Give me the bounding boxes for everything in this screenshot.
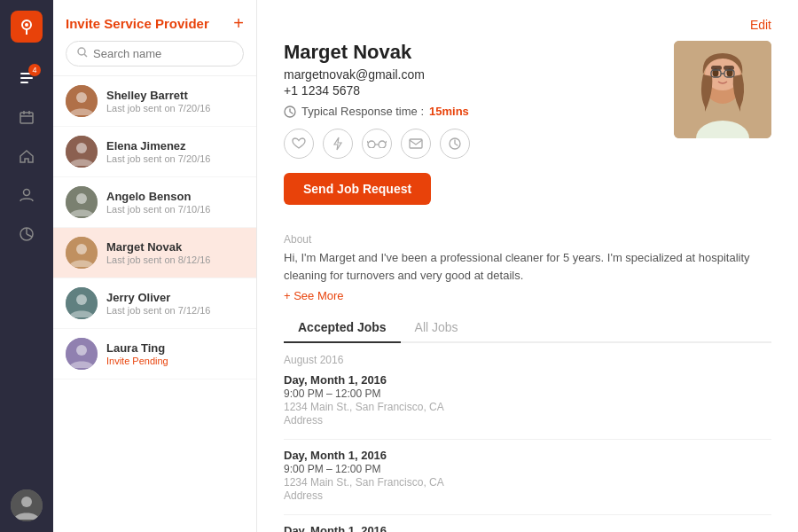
contacts-list: Shelley Barrett Last job sent on 7/20/16… xyxy=(53,76,256,532)
contact-item-elena[interactable]: Elena Jimenez Last job sent on 7/20/16 xyxy=(53,127,256,177)
tab-all-jobs[interactable]: All Jobs xyxy=(401,313,473,343)
send-job-request-button[interactable]: Send Job Request xyxy=(284,173,431,205)
nav-item-tasks[interactable]: 4 xyxy=(9,60,44,96)
contact-item-marget[interactable]: Marget Novak Last job sent on 8/12/16 xyxy=(53,228,256,278)
nav-bar: 4 xyxy=(0,0,53,532)
add-provider-button[interactable]: + xyxy=(233,14,244,32)
nav-item-calendar[interactable] xyxy=(9,99,44,135)
tasks-badge: 4 xyxy=(28,64,41,76)
see-more-button[interactable]: + See More xyxy=(284,289,771,302)
nav-item-chart[interactable] xyxy=(9,216,44,252)
about-section: About Hi, I'm Marget and I've been a pro… xyxy=(284,233,771,302)
svg-rect-30 xyxy=(410,139,422,148)
nav-item-person[interactable] xyxy=(9,177,44,213)
contact-meta: Last job sent on 7/20/16 xyxy=(106,103,244,113)
job-divider xyxy=(284,514,771,515)
contact-avatar xyxy=(66,85,98,117)
svg-rect-4 xyxy=(20,82,28,83)
svg-point-24 xyxy=(76,294,87,305)
svg-rect-37 xyxy=(711,66,722,70)
contact-item-jerry[interactable]: Jerry Oliver Last job sent on 7/12/16 xyxy=(53,278,256,329)
svg-point-9 xyxy=(24,190,30,196)
action-glasses[interactable] xyxy=(362,129,392,159)
contact-meta: Invite Pending xyxy=(106,356,244,366)
search-box xyxy=(66,41,244,66)
contact-name: Elena Jimenez xyxy=(106,139,244,153)
about-text: Hi, I'm Marget and I've been a professio… xyxy=(284,249,771,284)
svg-rect-38 xyxy=(724,66,734,70)
contact-name: Marget Novak xyxy=(106,240,244,254)
nav-item-home[interactable] xyxy=(9,138,44,174)
contact-item-laura[interactable]: Laura Ting Invite Pending xyxy=(53,329,256,379)
response-value: 15mins xyxy=(429,105,469,118)
job-address: 1234 Main St., San Francisco, CA xyxy=(284,401,771,413)
contact-info: Jerry Oliver Last job sent on 7/12/16 xyxy=(106,291,244,316)
contact-info: Laura Ting Invite Pending xyxy=(106,341,244,366)
nav-logo[interactable] xyxy=(11,11,43,43)
svg-point-13 xyxy=(78,48,85,55)
profile-phone: +1 1234 5678 xyxy=(284,83,656,98)
contact-avatar xyxy=(66,287,98,319)
tab-accepted-jobs[interactable]: Accepted Jobs xyxy=(284,313,401,343)
action-heart[interactable] xyxy=(284,129,314,159)
response-time: Typical Response time : 15mins xyxy=(284,105,656,118)
action-clock[interactable] xyxy=(440,129,470,159)
contact-name: Shelley Barrett xyxy=(106,89,244,102)
job-address2: Address xyxy=(284,414,771,426)
sidebar: Invite Service Provider + Shelley Barret… xyxy=(53,0,257,532)
contact-avatar xyxy=(66,136,98,168)
job-address: 1234 Main St., San Francisco, CA xyxy=(284,476,771,489)
svg-point-1 xyxy=(25,23,28,27)
svg-point-26 xyxy=(76,345,87,356)
svg-line-14 xyxy=(84,54,87,57)
job-item: Day, Month 1, 2016 9:00 PM – 12:00 PM 12… xyxy=(284,524,771,532)
job-date: Day, Month 1, 2016 xyxy=(284,524,771,532)
profile-top: Marget Novak margetnovak@gmail.com +1 12… xyxy=(284,41,771,219)
contact-item-shelley[interactable]: Shelley Barrett Last job sent on 7/20/16 xyxy=(53,76,256,127)
job-time: 9:00 PM – 12:00 PM xyxy=(284,387,771,400)
about-label: About xyxy=(284,233,771,246)
contact-meta: Last job sent on 7/12/16 xyxy=(106,305,244,316)
job-address2: Address xyxy=(284,489,771,502)
contact-name: Laura Ting xyxy=(106,341,244,355)
svg-rect-3 xyxy=(20,77,33,79)
search-icon xyxy=(77,47,88,60)
profile-email: margetnovak@gmail.com xyxy=(284,67,656,82)
profile-photo xyxy=(674,41,771,138)
job-item: Day, Month 1, 2016 9:00 PM – 12:00 PM 12… xyxy=(284,449,771,502)
contact-meta: Last job sent on 7/20/16 xyxy=(106,153,244,164)
user-avatar[interactable] xyxy=(11,489,43,521)
edit-button[interactable]: Edit xyxy=(284,18,771,32)
svg-point-28 xyxy=(368,141,375,148)
profile-actions xyxy=(284,129,656,159)
sidebar-header: Invite Service Provider + xyxy=(53,0,256,76)
job-item: Day, Month 1, 2016 9:00 PM – 12:00 PM 12… xyxy=(284,373,771,426)
svg-point-29 xyxy=(379,141,386,148)
job-time: 9:00 PM – 12:00 PM xyxy=(284,463,771,475)
svg-point-20 xyxy=(76,193,87,204)
search-input[interactable] xyxy=(93,47,232,60)
profile-name: Marget Novak xyxy=(284,41,656,64)
contact-info: Angelo Benson Last job sent on 7/10/16 xyxy=(106,190,244,215)
contact-name: Jerry Oliver xyxy=(106,291,244,304)
action-envelope[interactable] xyxy=(401,129,431,159)
job-date: Day, Month 1, 2016 xyxy=(284,449,771,462)
svg-point-22 xyxy=(76,244,87,254)
contact-item-angelo[interactable]: Angelo Benson Last job sent on 7/10/16 xyxy=(53,177,256,228)
contact-avatar xyxy=(66,186,98,218)
action-lightning[interactable] xyxy=(323,129,353,159)
svg-rect-5 xyxy=(20,113,33,123)
contact-meta: Last job sent on 8/12/16 xyxy=(106,254,244,265)
contact-avatar xyxy=(66,338,98,370)
main-content: Edit Marget Novak margetnovak@gmail.com … xyxy=(257,0,798,532)
svg-point-18 xyxy=(76,143,87,153)
contact-meta: Last job sent on 7/10/16 xyxy=(106,204,244,215)
contact-info: Elena Jimenez Last job sent on 7/20/16 xyxy=(106,139,244,164)
sidebar-title: Invite Service Provider xyxy=(66,16,209,31)
job-date: Day, Month 1, 2016 xyxy=(284,373,771,387)
clock-icon xyxy=(284,106,296,118)
contact-info: Shelley Barrett Last job sent on 7/20/16 xyxy=(106,89,244,113)
job-divider xyxy=(284,439,771,440)
profile-info: Marget Novak margetnovak@gmail.com +1 12… xyxy=(284,41,656,219)
jobs-group-label: August 2016 xyxy=(284,354,771,366)
